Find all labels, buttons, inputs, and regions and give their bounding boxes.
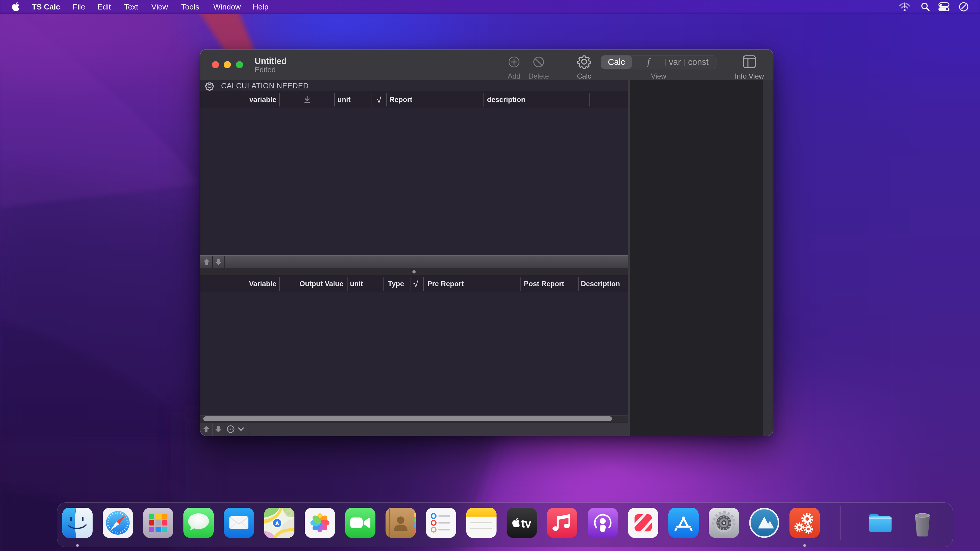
svg-text:tv: tv [521,518,531,530]
